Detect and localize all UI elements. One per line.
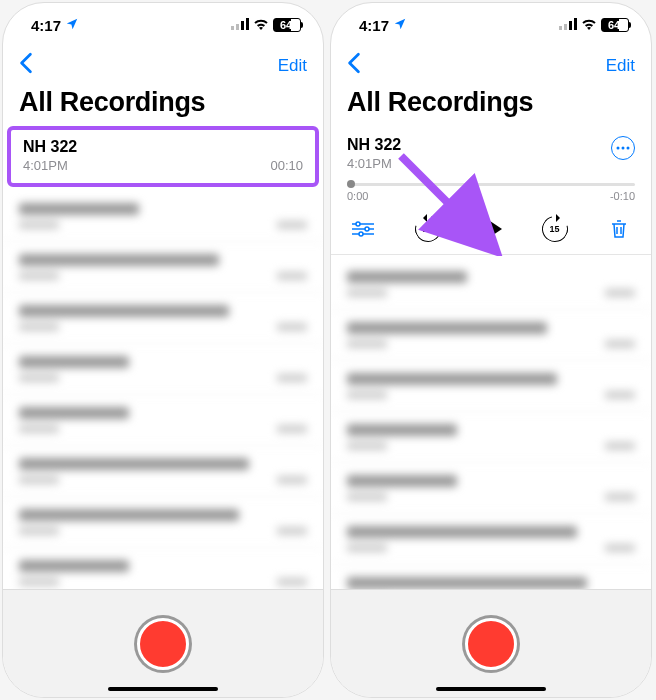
back-button[interactable]	[347, 52, 361, 80]
back-button[interactable]	[19, 52, 33, 80]
elapsed-time: 0:00	[347, 190, 368, 202]
home-indicator[interactable]	[436, 687, 546, 691]
recording-name: NH 322	[347, 136, 401, 154]
svg-rect-5	[564, 24, 567, 30]
remaining-time: -0:10	[610, 190, 635, 202]
svg-point-14	[356, 222, 360, 226]
skip-back-button[interactable]: 15	[415, 216, 441, 242]
recording-name: NH 322	[23, 138, 303, 156]
recording-time: 4:01PM	[23, 158, 68, 173]
svg-point-8	[617, 147, 620, 150]
svg-rect-1	[236, 24, 239, 30]
bottom-toolbar	[3, 589, 323, 697]
cellular-icon	[231, 18, 249, 33]
page-title: All Recordings	[3, 85, 323, 126]
svg-rect-0	[231, 26, 234, 30]
wifi-icon	[581, 18, 597, 33]
blurred-list	[331, 255, 651, 589]
playback-options-button[interactable]	[351, 217, 375, 241]
phone-right: 4:17 64 Edit All Recordings NH 322	[330, 2, 652, 698]
svg-point-16	[359, 232, 363, 236]
more-options-button[interactable]	[611, 136, 635, 160]
recording-duration: 00:10	[270, 158, 303, 173]
record-button[interactable]	[137, 618, 189, 670]
status-bar: 4:17 64	[3, 3, 323, 47]
svg-point-15	[365, 227, 369, 231]
battery-icon: 64	[601, 18, 629, 32]
recordings-list[interactable]: NH 322 4:01PM 00:10	[3, 126, 323, 589]
scrubber-knob[interactable]	[347, 180, 355, 188]
record-button[interactable]	[465, 618, 517, 670]
highlight-annotation: NH 322 4:01PM 00:10	[7, 126, 319, 187]
status-time: 4:17	[359, 17, 389, 34]
svg-point-9	[622, 147, 625, 150]
recording-time: 4:01PM	[347, 156, 401, 171]
svg-point-10	[627, 147, 630, 150]
location-icon	[65, 17, 79, 34]
svg-rect-3	[246, 18, 249, 30]
status-time: 4:17	[31, 17, 61, 34]
svg-rect-4	[559, 26, 562, 30]
location-icon	[393, 17, 407, 34]
wifi-icon	[253, 18, 269, 33]
phone-left: 4:17 64 Edit All Recordings NH 322 4	[2, 2, 324, 698]
recordings-list[interactable]: NH 322 4:01PM 0:00 -0:10 1	[331, 126, 651, 589]
battery-icon: 64	[273, 18, 301, 32]
edit-button[interactable]: Edit	[278, 56, 307, 76]
delete-button[interactable]	[607, 217, 631, 241]
svg-rect-7	[574, 18, 577, 30]
status-bar: 4:17 64	[331, 3, 651, 47]
blurred-list	[3, 187, 323, 589]
playback-scrubber[interactable]	[347, 183, 635, 186]
page-title: All Recordings	[331, 85, 651, 126]
cellular-icon	[559, 18, 577, 33]
svg-rect-2	[241, 21, 244, 30]
recording-item[interactable]: NH 322 4:01PM 00:10	[11, 130, 315, 183]
home-indicator[interactable]	[108, 687, 218, 691]
nav-bar: Edit	[331, 47, 651, 85]
bottom-toolbar	[331, 589, 651, 697]
nav-bar: Edit	[3, 47, 323, 85]
svg-rect-6	[569, 21, 572, 30]
play-button[interactable]	[484, 217, 502, 241]
edit-button[interactable]: Edit	[606, 56, 635, 76]
skip-forward-button[interactable]: 15	[542, 216, 568, 242]
recording-item-expanded[interactable]: NH 322 4:01PM 0:00 -0:10 1	[331, 126, 651, 255]
